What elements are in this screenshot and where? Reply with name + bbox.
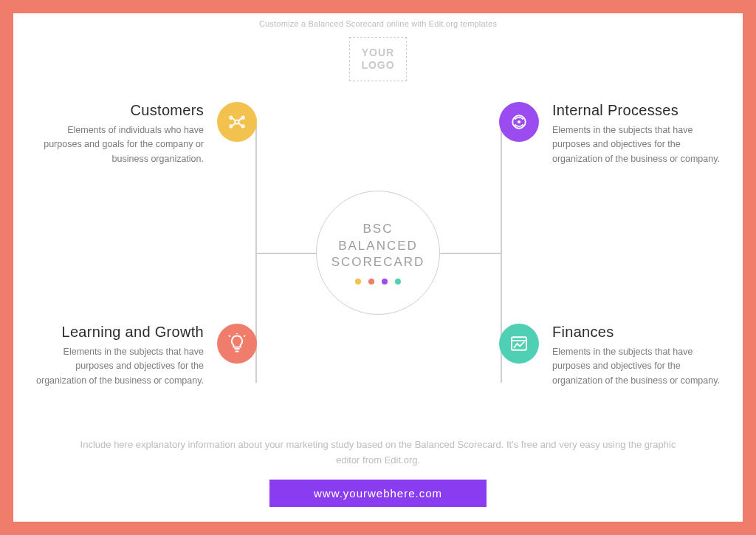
logo-placeholder[interactable]: YOUR LOGO: [349, 37, 407, 81]
learning-title: Learning and Growth: [28, 324, 204, 341]
internal-title: Internal Processes: [552, 102, 728, 119]
dot-purple: [382, 279, 388, 284]
connector-left: [255, 253, 316, 254]
learning-icon: [217, 324, 257, 364]
svg-point-3: [230, 125, 232, 127]
center-line2: BALANCED: [338, 239, 418, 253]
top-caption: Customize a Balanced Scorecard online wi…: [13, 19, 743, 28]
internal-body: Elements in the subjects that have purpo…: [552, 123, 728, 166]
finances-title: Finances: [552, 324, 728, 341]
dot-teal: [395, 279, 401, 284]
logo-text: YOUR LOGO: [350, 47, 406, 72]
center-title: BSC BALANCED SCORECARD: [331, 221, 425, 272]
internal-icon: [499, 102, 539, 142]
finances-body: Elements in the subjects that have purpo…: [552, 345, 728, 388]
quadrant-learning: Learning and Growth Elements in the subj…: [28, 324, 257, 388]
quadrant-finances: Finances Elements in the subjects that h…: [499, 324, 728, 388]
dot-coral: [368, 279, 374, 284]
center-circle: BSC BALANCED SCORECARD: [316, 191, 440, 315]
finances-icon: [499, 324, 539, 364]
svg-point-1: [230, 117, 232, 119]
svg-line-6: [238, 118, 241, 120]
center-line3: SCORECARD: [331, 255, 425, 269]
customers-icon: [217, 102, 257, 142]
center-dots: [355, 279, 401, 284]
diagram-canvas: BSC BALANCED SCORECARD Customers Element…: [13, 102, 743, 427]
svg-line-8: [238, 123, 241, 126]
dot-yellow: [355, 279, 361, 284]
bottom-caption: Include here explanatory information abo…: [13, 437, 743, 468]
quadrant-internal: Internal Processes Elements in the subje…: [499, 102, 728, 166]
center-line1: BSC: [363, 222, 394, 236]
svg-line-7: [233, 123, 236, 126]
connector-right: [440, 253, 501, 254]
svg-line-13: [244, 335, 245, 337]
quadrant-customers: Customers Elements of individuals who ha…: [28, 102, 257, 166]
diagram-frame: Customize a Balanced Scorecard online wi…: [0, 0, 756, 535]
svg-point-2: [242, 117, 244, 119]
url-banner[interactable]: www.yourwebhere.com: [269, 480, 487, 507]
svg-point-4: [242, 125, 244, 127]
svg-rect-14: [512, 337, 526, 350]
svg-point-10: [518, 120, 520, 123]
svg-line-5: [233, 118, 236, 120]
svg-line-12: [229, 335, 230, 337]
customers-title: Customers: [28, 102, 204, 119]
customers-body: Elements of individuals who have purpose…: [28, 123, 204, 166]
learning-body: Elements in the subjects that have purpo…: [28, 345, 204, 388]
svg-point-0: [235, 120, 238, 123]
